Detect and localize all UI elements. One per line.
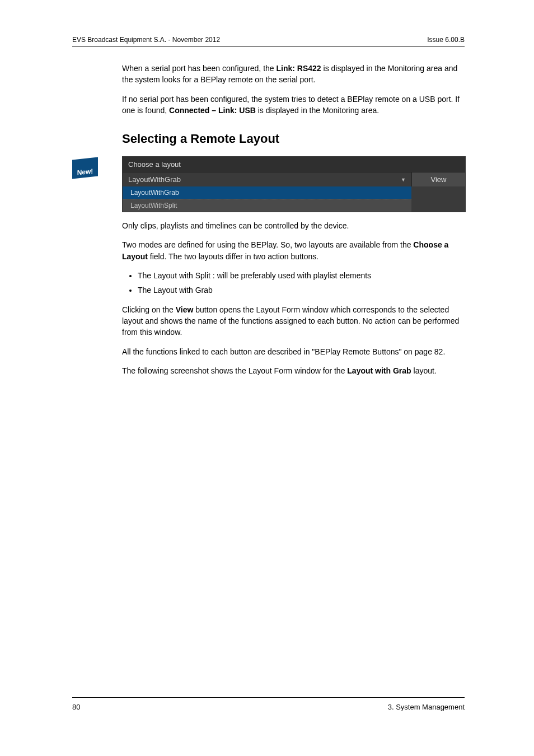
list-item: The Layout with Split : will be preferab… <box>138 270 466 281</box>
view-button-label: View <box>431 175 447 184</box>
footer-rule <box>72 697 465 698</box>
layout-bullets: The Layout with Split : will be preferab… <box>122 270 466 296</box>
page-header: EVS Broadcast Equipment S.A. - November … <box>72 36 465 44</box>
layout-options-list: LayoutWithGrab LayoutWithSplit <box>123 186 411 212</box>
layout-select[interactable]: LayoutWithGrab ▼ <box>123 172 411 186</box>
header-left: EVS Broadcast Equipment S.A. - November … <box>72 36 220 44</box>
paragraph-view-button: Clicking on the View button opens the La… <box>122 304 466 338</box>
header-rule <box>72 46 465 46</box>
paragraph-functions-ref: All the functions linked to each button … <box>122 346 466 357</box>
layout-option[interactable]: LayoutWithGrab <box>123 186 411 199</box>
paragraph-two-modes: Two modes are defined for using the BEPl… <box>122 239 466 262</box>
layout-option[interactable]: LayoutWithSplit <box>123 199 411 212</box>
chevron-down-icon: ▼ <box>401 177 406 183</box>
layout-chooser-panel: Choose a layout LayoutWithGrab ▼ View La… <box>122 156 466 212</box>
new-badge-label: New! <box>77 167 93 176</box>
paragraph-serial-port: When a serial port has been configured, … <box>122 63 466 86</box>
section-heading: Selecting a Remote Layout <box>122 132 466 146</box>
page-number: 80 <box>72 703 80 711</box>
new-badge: New! <box>72 157 98 179</box>
page-footer: 80 3. System Management <box>72 703 465 711</box>
list-item: The Layout with Grab <box>138 284 466 296</box>
paragraph-controllable: Only clips, playlists and timelines can … <box>122 220 466 231</box>
layout-select-value: LayoutWithGrab <box>128 175 181 184</box>
paragraph-layout-form: The following screenshot shows the Layou… <box>122 365 466 376</box>
section-title: 3. System Management <box>388 703 465 711</box>
header-right: Issue 6.00.B <box>427 36 465 44</box>
view-button[interactable]: View <box>411 172 465 186</box>
layout-chooser-label: Choose a layout <box>123 157 465 172</box>
paragraph-usb-port: If no serial port has been configured, t… <box>122 94 466 116</box>
